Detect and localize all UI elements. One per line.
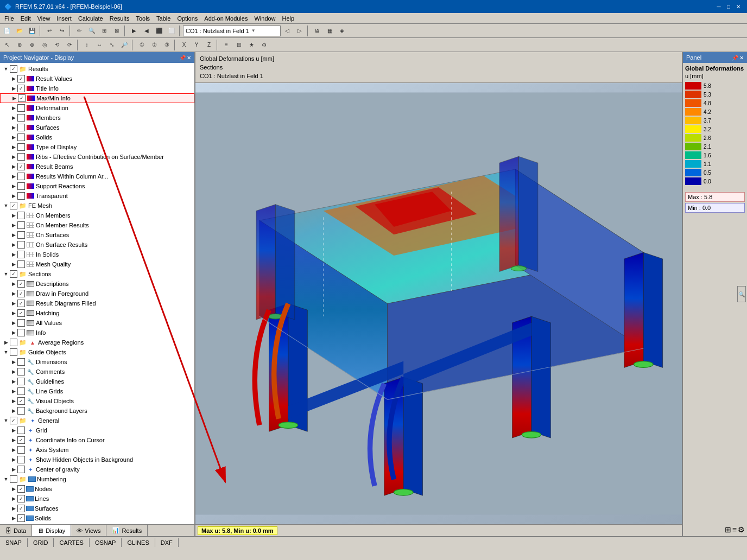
tree-results[interactable]: ▼ 📁 Results — [0, 64, 194, 74]
expand-rc[interactable]: ▶ — [10, 173, 17, 180]
expand-cg[interactable]: ▶ — [10, 466, 17, 473]
tree-on-surface-results[interactable]: ▶ On Surface Results — [0, 240, 194, 250]
expand-soln[interactable]: ▶ — [10, 514, 17, 522]
cb-gl[interactable] — [17, 378, 25, 385]
load-case-dropdown[interactable]: CO1 : Nutzlast in Feld 1 ▼ — [183, 26, 281, 36]
expand-grd[interactable]: ▶ — [10, 427, 17, 434]
nav-header-controls[interactable]: 📌 ✕ — [179, 55, 191, 61]
tab-results[interactable]: 📊 Results — [106, 525, 148, 536]
tb-render[interactable]: ▦ — [324, 25, 335, 37]
tb-btn-7[interactable]: ▶ — [128, 25, 140, 37]
cb-ar[interactable] — [10, 339, 17, 346]
cb-rd[interactable] — [17, 300, 25, 307]
tree-on-members[interactable]: ▶ On Members — [0, 211, 194, 220]
tb-undo[interactable]: ↩ — [43, 25, 55, 37]
menu-table[interactable]: Table — [153, 14, 174, 23]
tree-type-display[interactable]: ▶ Type of Display — [0, 142, 194, 152]
menu-calculate[interactable]: Calculate — [75, 14, 106, 23]
tb2-18[interactable]: ⊞ — [233, 39, 245, 51]
menu-file[interactable]: File — [1, 14, 17, 23]
nav-pin[interactable]: 📌 — [179, 55, 186, 61]
menu-options[interactable]: Options — [174, 14, 201, 23]
tree-hatching[interactable]: ▶ Hatching — [0, 308, 194, 318]
tree-members[interactable]: ▶ Members — [0, 113, 194, 123]
panel-collapse-btn[interactable]: 🔍 — [737, 286, 746, 302]
cb-bl[interactable] — [17, 407, 25, 415]
menu-results[interactable]: Results — [106, 14, 133, 23]
tb-new[interactable]: 📄 — [1, 25, 13, 37]
cb-fem[interactable] — [10, 202, 17, 209]
menu-edit[interactable]: Edit — [17, 14, 34, 23]
cb-soln[interactable] — [17, 514, 25, 522]
tb2-10[interactable]: 🔎 — [118, 39, 130, 51]
tree-solids[interactable]: ▶ Solids — [0, 132, 194, 142]
expand-results[interactable]: ▼ — [2, 65, 10, 73]
expand-ci[interactable]: ▶ — [10, 436, 17, 444]
expand-om[interactable]: ▶ — [10, 212, 17, 219]
title-bar-controls[interactable]: ─ □ ✕ — [714, 2, 743, 11]
cb-as[interactable] — [17, 446, 25, 454]
tb2-16[interactable]: Z — [203, 39, 215, 51]
tb2-15[interactable]: Y — [191, 39, 202, 51]
tb-btn-6[interactable]: ⊠ — [111, 25, 123, 37]
menu-view[interactable]: View — [34, 14, 54, 23]
tb-btn-4[interactable]: 🔍 — [86, 25, 98, 37]
status-snap[interactable]: SNAP — [0, 538, 28, 547]
close-button[interactable]: ✕ — [734, 2, 743, 11]
tb2-8[interactable]: ↔ — [93, 39, 105, 51]
tb2-7[interactable]: ↕ — [81, 39, 93, 51]
expand-com[interactable]: ▶ — [10, 368, 17, 376]
tree-show-hidden[interactable]: ▶ ✦ Show Hidden Objects in Background — [0, 455, 194, 464]
panel-header-controls[interactable]: 📌 ✕ — [732, 55, 744, 61]
tree-results-col[interactable]: ▶ Results Within Column Ar... — [0, 171, 194, 181]
tree-on-member-results[interactable]: ▶ On Member Results — [0, 220, 194, 230]
expand-fem[interactable]: ▼ — [2, 202, 10, 209]
tab-views[interactable]: 👁 Views — [71, 525, 106, 536]
cb-lg[interactable] — [17, 387, 25, 395]
expand-ribs[interactable]: ▶ — [10, 153, 17, 161]
expand-sr[interactable]: ▶ — [10, 182, 17, 190]
expand-tod[interactable]: ▶ — [10, 143, 17, 151]
tree-nodes[interactable]: ▶ Nodes — [0, 484, 194, 494]
tree-draw-foreground[interactable]: ▶ Draw in Foreground — [0, 289, 194, 298]
expand-num[interactable]: ▼ — [2, 475, 10, 483]
tree-grid[interactable]: ▶ ✦ Grid — [0, 425, 194, 435]
expand-desc[interactable]: ▶ — [10, 280, 17, 288]
tb-btn-8[interactable]: ◀ — [141, 25, 153, 37]
tab-data[interactable]: 🗄 Data — [0, 525, 32, 536]
cb-df[interactable] — [17, 290, 25, 297]
expand-sh[interactable]: ▶ — [10, 456, 17, 463]
tree-lines[interactable]: ▶ Lines — [0, 494, 194, 504]
cb-gen[interactable] — [10, 417, 17, 424]
cb-omr[interactable] — [17, 221, 25, 229]
cb-dim[interactable] — [17, 358, 25, 366]
expand-surf[interactable]: ▶ — [10, 124, 17, 131]
tree-sections[interactable]: ▼ 📁 Sections — [0, 269, 194, 279]
tb-prev[interactable]: ◁ — [281, 25, 293, 37]
tb2-19[interactable]: ★ — [245, 39, 257, 51]
cb-rc[interactable] — [17, 173, 25, 180]
tree-result-values[interactable]: ▶ Result Values — [0, 74, 194, 84]
expand-mm[interactable]: ▶ — [10, 94, 18, 102]
tree-line-grids[interactable]: ▶ 🔧 Line Grids — [0, 386, 194, 396]
menu-window[interactable]: Window — [251, 14, 278, 23]
expand-sol[interactable]: ▶ — [10, 133, 17, 141]
expand-os[interactable]: ▶ — [10, 231, 17, 239]
tree-surfaces[interactable]: ▶ Surfaces — [0, 123, 194, 132]
tree-surfaces-num[interactable]: ▶ Surfaces — [0, 504, 194, 513]
expand-gl[interactable]: ▶ — [10, 378, 17, 385]
cb-ribs[interactable] — [17, 153, 25, 161]
tree-in-solids[interactable]: ▶ In Solids — [0, 250, 194, 259]
tree-result-diagrams[interactable]: ▶ Result Diagrams Filled — [0, 298, 194, 308]
tree-avg-regions[interactable]: ▶ 📁 ▲ Average Regions — [0, 338, 194, 347]
expand-gen[interactable]: ▼ — [2, 417, 10, 424]
tree-axis-system[interactable]: ▶ ✦ Axis System — [0, 445, 194, 455]
expand-hat[interactable]: ▶ — [10, 309, 17, 317]
expand-mq[interactable]: ▶ — [10, 260, 17, 268]
expand-rd[interactable]: ▶ — [10, 300, 17, 307]
tb-save[interactable]: 💾 — [26, 25, 38, 37]
expand-as[interactable]: ▶ — [10, 446, 17, 454]
tree-mesh-quality[interactable]: ▶ Mesh Quality — [0, 259, 194, 269]
menu-addons[interactable]: Add-on Modules — [201, 14, 251, 23]
cb-osr[interactable] — [17, 241, 25, 249]
